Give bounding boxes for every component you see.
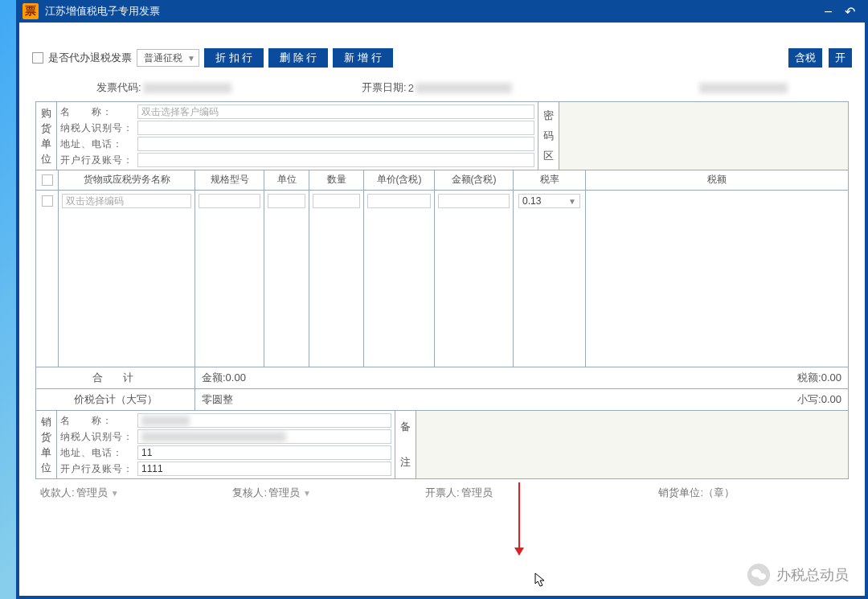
tax-type-select[interactable]: 普通征税 ▼ [137, 49, 199, 67]
col-amount: 金额(含税) [435, 170, 514, 190]
row-checkbox[interactable] [42, 195, 53, 207]
tax-rate-value: 0.13 [522, 195, 541, 207]
tax-inclusive-toggle[interactable]: 含税 [788, 48, 822, 68]
chevron-down-icon: ▼ [111, 489, 119, 498]
delete-row-button[interactable]: 删 除 行 [268, 48, 328, 68]
buyer-section: 购 货 单 位 名 称： 双击选择客户编码 纳税人识别号： 地址、电话 [36, 102, 848, 170]
watermark-text: 办税总动员 [776, 565, 849, 585]
invoice-date-prefix: 2 [408, 82, 414, 94]
payee-label: 收款人: [40, 486, 75, 500]
buyer-bank-label: 开户行及账号： [60, 154, 137, 167]
signature-row: 收款人: 管理员▼ 复核人: 管理员▼ 开票人: 管理员 销货单位:（章） [32, 479, 852, 503]
back-button[interactable]: ↶ [838, 4, 862, 19]
goods-qty-input[interactable] [313, 194, 360, 208]
invoice-header: 发票代码: 开票日期: 2 [32, 74, 852, 101]
reviewer-select[interactable]: 管理员▼ [268, 486, 311, 500]
seller-section-label: 销 货 单 位 [36, 411, 57, 478]
seller-name-label: 名 称： [60, 414, 137, 428]
seller-taxid-input[interactable] [137, 429, 391, 444]
col-unit: 单位 [264, 170, 309, 190]
goods-table: 货物或应税劳务名称 规格型号 单位 数量 单价(含税) 金额(含税) 税率 税额… [36, 170, 848, 367]
refund-checkbox-label: 是否代办退税发票 [48, 51, 132, 65]
buyer-name-label: 名 称： [60, 105, 137, 119]
goods-price-input[interactable] [367, 194, 431, 208]
open-status-tag: 开 [829, 48, 852, 68]
invoice-date-label: 开票日期: [362, 80, 407, 95]
goods-amount-input[interactable] [438, 194, 510, 208]
invoice-code-value [143, 83, 231, 93]
buyer-addr-input[interactable] [137, 137, 534, 151]
col-spec: 规格型号 [195, 170, 264, 190]
chevron-down-icon: ▼ [303, 489, 311, 498]
seller-taxid-label: 纳税人识别号： [60, 430, 137, 444]
seller-addr-label: 地址、电话： [60, 446, 137, 460]
payee-select[interactable]: 管理员▼ [76, 486, 119, 500]
add-row-button[interactable]: 新 增 行 [333, 48, 392, 68]
password-section-label: 密 码 区 [538, 102, 559, 170]
password-area [559, 102, 848, 170]
seller-bank-input[interactable]: 1111 [137, 462, 391, 476]
issuer-label: 开票人: [425, 486, 460, 500]
buyer-taxid-label: 纳税人识别号： [60, 121, 137, 135]
goods-header-row: 货物或应税劳务名称 规格型号 单位 数量 单价(含税) 金额(含税) 税率 税额 [36, 170, 848, 191]
header-checkbox[interactable] [42, 174, 53, 186]
tax-type-value: 普通征税 [144, 51, 182, 65]
remark-section-label: 备 注 [395, 411, 416, 478]
invoice-code-label: 发票代码: [96, 80, 141, 95]
chevron-down-icon: ▼ [187, 54, 195, 63]
minimize-button[interactable]: – [818, 4, 838, 18]
buyer-name-input[interactable]: 双击选择客户编码 [137, 105, 534, 119]
wechat-icon [747, 564, 770, 586]
buyer-section-label: 购 货 单 位 [36, 102, 57, 170]
goods-name-input[interactable]: 双击选择编码 [62, 194, 191, 208]
sum-label: 合 计 [36, 367, 195, 388]
seller-section: 销 货 单 位 名 称： 纳税人识别号： 地址、电话： [36, 411, 848, 478]
goods-unit-input[interactable] [268, 194, 305, 208]
window-title: 江苏增值税电子专用发票 [45, 4, 818, 18]
annotation-arrow-icon [518, 482, 520, 555]
col-rate: 税率 [514, 170, 586, 190]
reviewer-label: 复核人: [232, 486, 267, 500]
buyer-addr-label: 地址、电话： [60, 137, 137, 151]
seller-addr-input[interactable]: 11 [137, 445, 391, 460]
total-label: 价税合计（大写） [36, 389, 195, 410]
invoice-form: 购 货 单 位 名 称： 双击选择客户编码 纳税人识别号： 地址、电话 [35, 101, 849, 479]
toolbar: 是否代办退税发票 普通征税 ▼ 折 扣 行 删 除 行 新 增 行 含税 开 [32, 48, 852, 68]
discount-row-button[interactable]: 折 扣 行 [204, 48, 264, 68]
chevron-down-icon: ▼ [568, 197, 576, 206]
seller-bank-label: 开户行及账号： [60, 462, 137, 476]
total-lower: 小写:0.00 [791, 389, 848, 410]
watermark: 办税总动员 [747, 564, 849, 586]
col-price: 单价(含税) [364, 170, 435, 190]
buyer-taxid-input[interactable] [137, 121, 534, 135]
sum-tax: 税额:0.00 [791, 367, 848, 388]
issuer-value: 管理员 [461, 486, 493, 500]
invoice-number-value [699, 83, 788, 93]
remark-area[interactable] [416, 411, 848, 478]
invoice-date-value [416, 83, 512, 93]
refund-checkbox[interactable] [32, 52, 43, 64]
col-tax: 税额 [586, 170, 848, 190]
col-goods-name: 货物或应税劳务名称 [59, 170, 195, 190]
app-logo-icon: 票 [23, 3, 39, 19]
tax-rate-select[interactable]: 0.13 ▼ [518, 194, 580, 208]
buyer-bank-input[interactable] [137, 153, 534, 167]
total-row: 价税合计（大写） 零圆整 小写:0.00 [36, 389, 848, 411]
col-qty: 数量 [309, 170, 364, 190]
total-upper: 零圆整 [195, 389, 791, 410]
goods-spec-input[interactable] [199, 194, 260, 208]
seller-name-input[interactable] [137, 413, 391, 428]
title-bar: 票 江苏增值税电子专用发票 – ↶ [16, 0, 868, 23]
seller-seal-label: 销货单位:（章） [658, 486, 735, 500]
sum-row: 合 计 金额:0.00 税额:0.00 [36, 367, 848, 389]
sum-amount: 金额:0.00 [195, 367, 791, 388]
